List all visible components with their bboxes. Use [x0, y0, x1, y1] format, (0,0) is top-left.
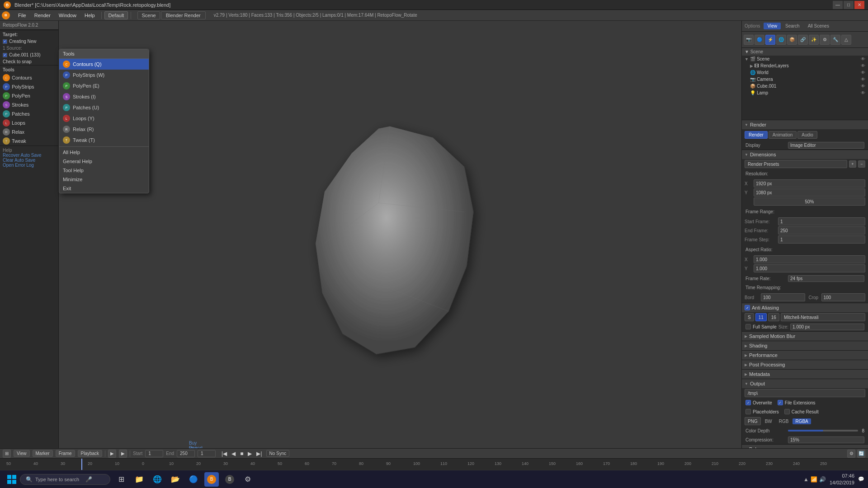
tl-settings-icon[interactable]: ⚙: [847, 450, 855, 458]
tree-renderlayers[interactable]: ▶ 🎞 RenderLayers 👁: [747, 62, 868, 69]
render-section-header[interactable]: ▼ Render: [742, 120, 868, 129]
format-box[interactable]: PNG: [745, 417, 761, 425]
menu-help[interactable]: Help: [81, 12, 99, 19]
presets-remove-btn[interactable]: −: [858, 160, 865, 168]
search-tab[interactable]: Search: [782, 23, 803, 29]
modifier-icon-btn[interactable]: 🔧: [830, 35, 840, 45]
aa-s-value[interactable]: S: [745, 313, 754, 321]
aspect-y-field[interactable]: 1.000: [754, 264, 865, 272]
output-header[interactable]: ▼ Output: [742, 379, 868, 388]
no-sync-label[interactable]: No Sync: [266, 450, 290, 457]
volume-icon[interactable]: 🔊: [819, 476, 826, 483]
view-menu-btn[interactable]: View: [14, 450, 30, 457]
menu-window[interactable]: Window: [55, 12, 80, 19]
play-back-btn[interactable]: ◀: [230, 450, 237, 457]
view-tab[interactable]: View: [764, 23, 781, 29]
ctx-all-help[interactable]: All Help: [59, 148, 149, 157]
renderlayers-eye[interactable]: 👁: [861, 63, 865, 68]
compression-field[interactable]: 15%: [788, 436, 864, 443]
aa-filter[interactable]: Mitchell-Netravali: [781, 313, 865, 321]
jump-end-btn[interactable]: ▶|: [255, 450, 263, 457]
aspect-x-field[interactable]: 1.000: [754, 255, 865, 263]
ctx-item-relax[interactable]: R Relax (R): [59, 124, 149, 135]
ctx-exit[interactable]: Exit: [59, 184, 149, 193]
presets-add-btn[interactable]: +: [849, 160, 856, 168]
frame-step-field[interactable]: 1: [778, 235, 865, 244]
open-error-log-link[interactable]: Open Error Log: [3, 163, 56, 168]
settings-taskbar-btn[interactable]: ⚙: [241, 472, 255, 487]
window-controls[interactable]: — □ ✕: [833, 1, 864, 9]
ctx-item-polystrips[interactable]: P PolyStrips (W): [59, 70, 149, 80]
tl-play-icon[interactable]: ▶: [108, 450, 116, 458]
ctx-tool-help[interactable]: Tool Help: [59, 166, 149, 175]
current-frame-tl[interactable]: 1: [198, 450, 216, 457]
scene-dropdown[interactable]: Scene: [137, 11, 160, 19]
tree-camera[interactable]: 📷 Camera 👁: [747, 76, 868, 83]
output-path-field[interactable]: /tmp\: [745, 389, 865, 397]
menu-file[interactable]: File: [14, 12, 30, 19]
tool-strokes[interactable]: S Strokes: [0, 100, 58, 109]
object-icon-btn[interactable]: 📦: [787, 35, 797, 45]
network-icon[interactable]: 📶: [811, 476, 817, 483]
tree-scene[interactable]: ▼ 🎬 Scene 👁: [742, 56, 868, 62]
border-field[interactable]: 100: [761, 293, 805, 301]
taskbar-search[interactable]: 🔍 Type here to search 🎤: [20, 474, 110, 485]
aa-val2[interactable]: 16: [768, 313, 779, 321]
ctx-item-contours[interactable]: C Contours (Q): [59, 59, 149, 70]
tool-polystrips[interactable]: P PolyStrips: [0, 82, 58, 91]
play-btn[interactable]: ▶: [246, 450, 253, 457]
tool-contours[interactable]: C Contours: [0, 73, 58, 82]
ctx-item-tweak[interactable]: T Tweak (T): [59, 135, 149, 145]
camera-eye[interactable]: 👁: [861, 77, 865, 82]
notification-icon[interactable]: 💬: [858, 476, 864, 482]
aa-blue-value[interactable]: 11: [755, 313, 767, 321]
chevron-up-icon[interactable]: ▲: [803, 476, 809, 483]
render-tab[interactable]: Render: [745, 131, 768, 139]
tree-cube[interactable]: 📦 Cube.001 👁: [747, 83, 868, 89]
tl-sync-icon[interactable]: 🔄: [857, 450, 865, 458]
file-explorer-btn[interactable]: 📁: [132, 472, 146, 487]
start-frame-field[interactable]: 1: [778, 217, 865, 225]
stop-btn[interactable]: ■: [239, 450, 245, 457]
world-eye[interactable]: 👁: [861, 70, 865, 75]
res-percent-field[interactable]: 50%: [754, 197, 865, 206]
ctx-general-help[interactable]: General Help: [59, 157, 149, 166]
data-icon-btn[interactable]: △: [841, 35, 851, 45]
tool-loops[interactable]: L Loops: [0, 118, 58, 127]
material-icon-btn[interactable]: 🔵: [755, 35, 764, 45]
minimize-button[interactable]: —: [833, 1, 843, 9]
audio-tab[interactable]: Audio: [797, 131, 817, 139]
file-ext-checkbox[interactable]: ✓: [778, 400, 783, 405]
aa-header[interactable]: ✓ Anti Aliasing: [742, 303, 868, 312]
placeholders-checkbox[interactable]: [745, 409, 751, 414]
frame-menu-btn[interactable]: Frame: [56, 450, 75, 457]
marker-menu-btn[interactable]: Marker: [33, 450, 53, 457]
rgba-tab[interactable]: RGBA: [793, 418, 811, 424]
tool-polypen[interactable]: P PolyPen: [0, 91, 58, 100]
edge-btn[interactable]: 🔵: [186, 472, 201, 487]
ctx-item-patches[interactable]: P Patches (U): [59, 102, 149, 113]
lamp-eye[interactable]: 👁: [861, 90, 865, 95]
clear-auto-save-link[interactable]: Clear Auto Save: [3, 158, 56, 163]
ctx-item-strokes[interactable]: S Strokes (I): [59, 91, 149, 102]
animation-tab[interactable]: Animation: [769, 131, 797, 139]
post-processing-header[interactable]: ▶ Post Processing: [742, 360, 868, 369]
tl-play-icon2[interactable]: ▶: [119, 450, 127, 458]
cache-checkbox[interactable]: [784, 409, 790, 414]
start-frame-tl[interactable]: 1: [145, 450, 163, 457]
tree-lamp[interactable]: 💡 Lamp 👁: [747, 89, 868, 96]
overwrite-checkbox[interactable]: ✓: [745, 400, 751, 405]
menu-render[interactable]: Render: [31, 12, 54, 19]
timeline-view-icon[interactable]: ⊞: [3, 450, 11, 458]
tree-world[interactable]: 🌐 World 👁: [747, 69, 868, 76]
clock-display[interactable]: 07:46 14/02/2019: [830, 473, 854, 486]
performance-header[interactable]: ▶ Performance: [742, 351, 868, 360]
viewport[interactable]: RetopoFlow 2.0.2 Welcome! Report Issue B…: [59, 21, 741, 466]
res-x-field[interactable]: 1920 px: [754, 179, 865, 188]
camera-icon-btn[interactable]: 📷: [744, 35, 754, 45]
ctx-minimize[interactable]: Minimize: [59, 175, 149, 184]
shading-header[interactable]: ▶ Shading: [742, 341, 868, 350]
creating-new-btn[interactable]: ✓ Creating New: [0, 38, 58, 45]
crop-field[interactable]: 100: [821, 293, 866, 301]
blender-taskbar-btn[interactable]: B: [204, 472, 219, 487]
